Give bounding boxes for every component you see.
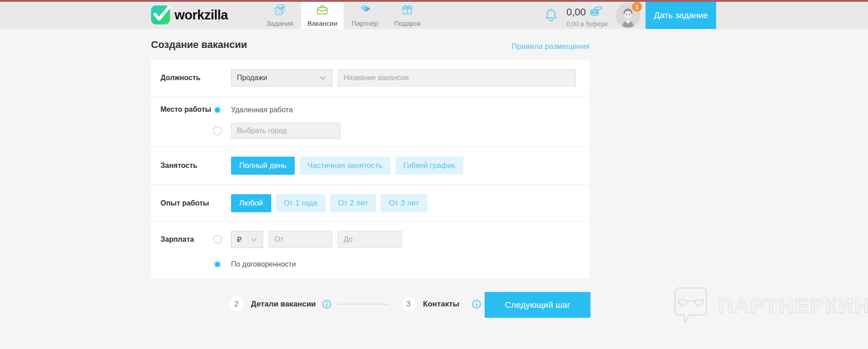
- placement-rules-link[interactable]: Правила размещения: [511, 42, 590, 51]
- step-2-circle: 2: [229, 297, 244, 311]
- currency-select-value: ₽: [237, 235, 241, 244]
- step-3-circle: 3: [401, 297, 416, 311]
- experience-option-any[interactable]: Любой: [231, 194, 271, 212]
- salary-label: Зарплата: [160, 231, 213, 278]
- salary-range-radio[interactable]: [213, 235, 222, 244]
- watermark: ПАРТНЕРКИН: [672, 285, 868, 327]
- form-row-location: Место работы Удаленная работа: [151, 96, 590, 147]
- chevron-down-icon: [319, 74, 326, 82]
- nav-tab-partner[interactable]: Партнёр: [344, 2, 386, 29]
- nav-tab-vacancies[interactable]: Вакансии: [301, 2, 344, 29]
- main-content: Создание вакансии Правила размещения Дол…: [0, 29, 868, 349]
- vacancies-icon: [316, 4, 329, 18]
- experience-option-2-years[interactable]: От 2 лет: [330, 194, 377, 212]
- logo-text: workzilla: [175, 8, 228, 23]
- notifications-bell-icon[interactable]: [544, 8, 558, 25]
- header: workzilla Задания Вакансии: [0, 2, 868, 29]
- form-row-position: Должность Продажи: [151, 60, 590, 96]
- nav-tab-gift[interactable]: Подарок: [386, 2, 429, 29]
- info-icon[interactable]: [472, 300, 481, 309]
- step-connector: [337, 304, 389, 305]
- main-nav: Задания Вакансии Партнёр: [259, 2, 429, 29]
- info-icon[interactable]: [322, 300, 331, 309]
- next-step-button[interactable]: Следующий шаг: [485, 292, 590, 318]
- workzilla-check-icon: [151, 5, 170, 24]
- remote-work-label: Удаленная работа: [231, 106, 293, 114]
- employment-option-part-time[interactable]: Частичная занятость: [299, 157, 391, 175]
- notification-badge: 1: [632, 2, 642, 12]
- salary-from-input[interactable]: [269, 231, 332, 248]
- page-title: Создание вакансии: [151, 39, 247, 51]
- position-label: Должность: [160, 74, 213, 82]
- form-row-salary: Зарплата ₽ По договоренности: [151, 222, 590, 278]
- nav-tab-label: Вакансии: [307, 19, 337, 27]
- nav-tab-label: Подарок: [394, 19, 420, 27]
- employment-label: Занятость: [160, 162, 213, 170]
- form-row-employment: Занятость Полный день Частичная занятост…: [151, 147, 590, 185]
- step-2-label: Детали вакансии: [251, 300, 316, 309]
- tasks-icon: [274, 4, 286, 18]
- city-input[interactable]: [231, 123, 340, 139]
- nav-tab-tasks[interactable]: Задания: [259, 2, 301, 29]
- nav-tab-label: Партнёр: [352, 19, 378, 27]
- employment-option-full-day[interactable]: Полный день: [231, 157, 295, 175]
- coins-icon: [590, 5, 603, 19]
- experience-label: Опыт работы: [160, 199, 213, 207]
- category-select[interactable]: Продажи: [231, 69, 332, 86]
- category-select-value: Продажи: [237, 74, 267, 82]
- balance[interactable]: 0,00 0,00 в буфере: [566, 5, 608, 28]
- logo[interactable]: workzilla: [151, 5, 228, 24]
- chevron-down-icon: [251, 235, 257, 244]
- balance-amount: 0,00: [566, 6, 586, 18]
- remote-work-radio[interactable]: [213, 105, 222, 115]
- employment-option-flexible[interactable]: Гибкий график: [395, 157, 463, 175]
- currency-select[interactable]: ₽: [231, 231, 263, 248]
- salary-to-input[interactable]: [338, 231, 402, 248]
- negotiable-salary-label: По договоренности: [231, 260, 296, 268]
- experience-option-1-year[interactable]: От 1 года: [276, 194, 326, 212]
- balance-buffer: 0,00 в буфере: [566, 20, 608, 28]
- gift-icon: [401, 4, 414, 18]
- partner-icon: [359, 4, 371, 18]
- watermark-bubble-icon: [672, 285, 709, 327]
- give-task-button[interactable]: Дать задание: [646, 2, 716, 29]
- city-radio[interactable]: [213, 126, 222, 135]
- negotiable-salary-radio[interactable]: [213, 260, 222, 269]
- nav-tab-label: Задания: [266, 19, 293, 27]
- wizard-steps: 2 Детали вакансии 3 Контакты: [229, 297, 481, 311]
- form-row-experience: Опыт работы Любой От 1 года От 2 лет От …: [151, 185, 590, 222]
- vacancy-form-card: Должность Продажи Место работы Удаленная…: [151, 60, 590, 278]
- location-label: Место работы: [160, 105, 213, 147]
- experience-option-3-years[interactable]: От 3 лет: [381, 194, 427, 212]
- watermark-text: ПАРТНЕРКИН: [718, 294, 868, 318]
- avatar[interactable]: 1: [616, 3, 640, 28]
- vacancy-name-input[interactable]: [338, 69, 576, 86]
- step-3-label: Контакты: [423, 300, 459, 309]
